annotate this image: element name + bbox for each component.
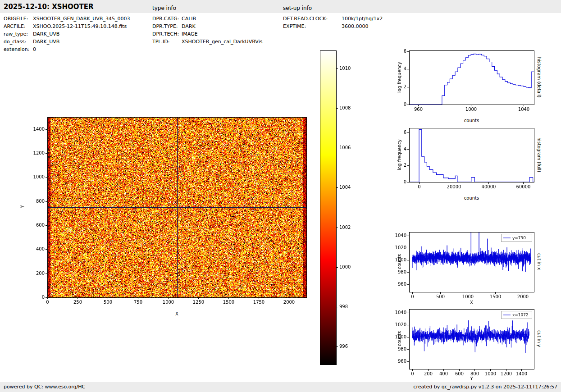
meta-value: XSHOO.2025-12-11T15:49:10.148.fits bbox=[33, 23, 127, 29]
meta-value: 0 bbox=[33, 46, 36, 52]
meta-row: EXPTIME:3600.0000 bbox=[283, 23, 383, 30]
meta-label: DPR.TECH: bbox=[152, 30, 182, 38]
page-title: 2025-12-10: XSHOOTER bbox=[4, 3, 94, 11]
meta-label: TPL.ID: bbox=[152, 38, 182, 46]
file-info-block: ORIGFILE:XSHOOTER_GEN_DARK_UVB_345_0003 … bbox=[4, 15, 130, 53]
main-x-axis-label: X bbox=[47, 311, 306, 316]
type-info-heading: type info bbox=[152, 5, 176, 11]
meta-value: XSHOOTER_gen_cal_DarkUVBVis bbox=[182, 39, 262, 45]
meta-label: DPR.CATG: bbox=[152, 15, 182, 23]
type-info-block: DPR.CATG:CALIB DPR.TYPE:DARK DPR.TECH:IM… bbox=[152, 15, 262, 46]
meta-row: raw_type:DARK_UVB bbox=[4, 30, 130, 38]
header-bar: 2025-12-10: XSHOOTER type info set-up in… bbox=[0, 0, 561, 13]
dark-frame-image-canvas bbox=[25, 113, 315, 311]
meta-row: extension:0 bbox=[4, 46, 130, 53]
footer-left: powered by QC: www.eso.org/HC bbox=[4, 384, 85, 390]
cut-in-x-canvas bbox=[387, 228, 536, 303]
footer-right: created by qc_rawdisp.py v1.2.3 on 2025-… bbox=[413, 384, 557, 390]
cut-y-ylabel: counts bbox=[397, 310, 402, 368]
meta-label: do_class: bbox=[4, 38, 33, 46]
meta-row: do_class:DARK_UVB bbox=[4, 38, 130, 46]
hist-full-ylabel: log frequency bbox=[397, 126, 402, 184]
cut-x-x-label: X bbox=[409, 300, 534, 305]
histogram-detail-canvas bbox=[387, 46, 536, 116]
meta-label: EXPTIME: bbox=[283, 23, 342, 30]
cut-y-x-label: Y bbox=[409, 376, 534, 381]
meta-value: CALIB bbox=[182, 16, 196, 22]
setup-info-block: DET.READ.CLOCK:100k/1pt/hg/1x2 EXPTIME:3… bbox=[283, 15, 383, 30]
hist-full-side-label: histogram (full) bbox=[537, 126, 542, 184]
meta-row: DET.READ.CLOCK:100k/1pt/hg/1x2 bbox=[283, 15, 383, 23]
histogram-full-canvas bbox=[387, 123, 536, 193]
meta-row: DPR.CATG:CALIB bbox=[152, 15, 262, 23]
meta-value: DARK bbox=[182, 23, 196, 29]
cut-x-side-label: cut in x bbox=[537, 232, 542, 291]
cut-y-side-label: cut in y bbox=[537, 310, 542, 368]
hist-detail-ylabel: log frequency bbox=[397, 48, 402, 107]
meta-value: IMAGE bbox=[182, 31, 198, 37]
hist-detail-x-label: counts bbox=[409, 118, 534, 123]
qc-report-page: { "header": { "title": "2025-12-10: XSHO… bbox=[0, 0, 561, 392]
meta-label: DET.READ.CLOCK: bbox=[283, 15, 342, 23]
footer-bar: powered by QC: www.eso.org/HC created by… bbox=[0, 382, 561, 392]
meta-row: ORIGFILE:XSHOOTER_GEN_DARK_UVB_345_0003 bbox=[4, 15, 130, 23]
meta-value: DARK_UVB bbox=[33, 31, 59, 37]
meta-value: DARK_UVB bbox=[33, 39, 59, 45]
cut-in-y-canvas bbox=[387, 305, 536, 380]
main-y-axis-label: Y bbox=[20, 202, 25, 211]
meta-row: ARCFILE:XSHOO.2025-12-11T15:49:10.148.fi… bbox=[4, 23, 130, 30]
meta-value: 3600.0000 bbox=[342, 23, 369, 29]
colorbar-canvas bbox=[318, 46, 359, 370]
meta-value: XSHOOTER_GEN_DARK_UVB_345_0003 bbox=[33, 16, 130, 22]
hist-full-x-label: counts bbox=[409, 196, 534, 201]
meta-label: ORIGFILE: bbox=[4, 15, 33, 23]
meta-label: DPR.TYPE: bbox=[152, 23, 182, 30]
meta-row: DPR.TECH:IMAGE bbox=[152, 30, 262, 38]
meta-row: DPR.TYPE:DARK bbox=[152, 23, 262, 30]
meta-label: extension: bbox=[4, 46, 33, 53]
cut-x-ylabel: counts bbox=[397, 232, 402, 291]
meta-row: TPL.ID:XSHOOTER_gen_cal_DarkUVBVis bbox=[152, 38, 262, 46]
meta-value: 100k/1pt/hg/1x2 bbox=[342, 16, 383, 22]
meta-label: ARCFILE: bbox=[4, 23, 33, 30]
setup-info-heading: set-up info bbox=[283, 5, 312, 11]
meta-label: raw_type: bbox=[4, 30, 33, 38]
hist-detail-side-label: histogram (detail) bbox=[537, 48, 542, 107]
